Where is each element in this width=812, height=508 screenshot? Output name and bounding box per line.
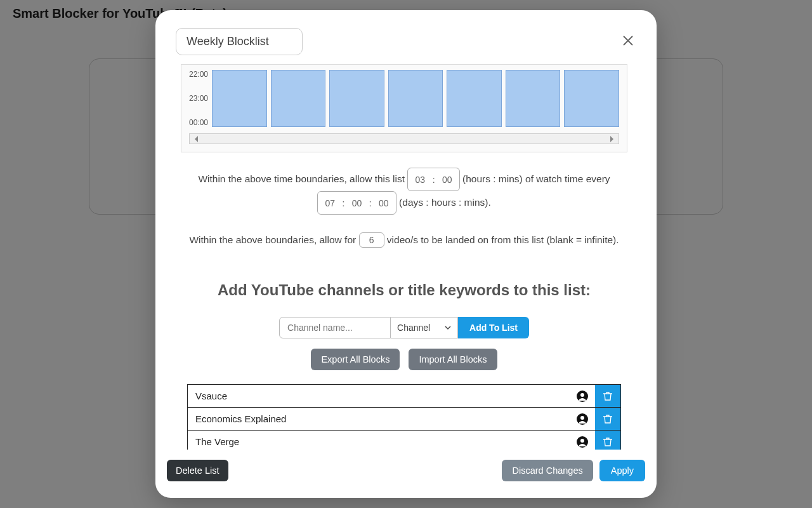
delete-list-button[interactable]: Delete List xyxy=(167,460,228,481)
add-to-list-button[interactable]: Add To List xyxy=(458,317,529,338)
watch-hours-input[interactable] xyxy=(412,173,428,186)
person-icon xyxy=(570,385,595,407)
block-item: Vsauce xyxy=(187,384,621,408)
block-item: The Verge xyxy=(187,430,621,450)
period-input[interactable]: : : xyxy=(317,191,396,215)
time-col-wed[interactable] xyxy=(329,70,384,127)
svg-point-9 xyxy=(580,439,584,443)
period-mins-input[interactable] xyxy=(376,197,392,210)
add-row: Channel Add To List xyxy=(155,317,653,338)
watch-mins-input[interactable] xyxy=(439,173,455,186)
trash-icon xyxy=(603,414,613,424)
apply-button[interactable]: Apply xyxy=(599,460,645,481)
watch-time-input[interactable]: : xyxy=(407,168,459,191)
close-button[interactable] xyxy=(620,31,636,53)
svg-point-7 xyxy=(580,416,584,420)
person-icon xyxy=(570,431,595,450)
modal-body[interactable]: 22:00 23:00 00:00 Within the above time … xyxy=(155,64,657,450)
delete-block-button[interactable] xyxy=(595,408,620,430)
close-icon xyxy=(622,35,634,46)
time-grid: 22:00 23:00 00:00 xyxy=(181,64,627,152)
time-col-fri[interactable] xyxy=(447,70,502,127)
modal-footer: Delete List Discard Changes Apply xyxy=(155,450,657,498)
delete-block-button[interactable] xyxy=(595,431,620,450)
time-col-sun[interactable] xyxy=(564,70,619,127)
person-icon xyxy=(570,408,595,430)
discard-changes-button[interactable]: Discard Changes xyxy=(502,460,593,481)
grid-horizontal-scrollbar[interactable] xyxy=(189,133,619,144)
video-count-sentence: Within the above boundaries, allow for v… xyxy=(181,230,627,250)
watch-time-sentence: Within the above time boundaries, allow … xyxy=(181,168,627,215)
chevron-down-icon xyxy=(445,324,451,331)
modal-header xyxy=(155,10,657,64)
block-item: Economics Explained xyxy=(187,407,621,431)
time-axis: 22:00 23:00 00:00 xyxy=(189,70,212,127)
add-channels-heading: Add YouTube channels or title keywords t… xyxy=(155,281,653,299)
edit-list-modal: 22:00 23:00 00:00 Within the above time … xyxy=(155,10,657,498)
trash-icon xyxy=(603,391,613,401)
period-hours-input[interactable] xyxy=(348,197,365,210)
import-export-row: Export All Blocks Import All Blocks xyxy=(155,349,653,370)
block-list: Vsauce Economics Explained The Verge xyxy=(187,384,621,450)
channel-name-input[interactable] xyxy=(279,317,391,338)
block-type-select[interactable]: Channel xyxy=(391,317,458,338)
svg-point-5 xyxy=(580,393,584,397)
period-days-input[interactable] xyxy=(322,197,338,210)
time-col-mon[interactable] xyxy=(212,70,267,127)
export-all-button[interactable]: Export All Blocks xyxy=(311,349,400,370)
delete-block-button[interactable] xyxy=(595,385,620,407)
video-count-input[interactable] xyxy=(359,232,384,248)
time-col-thu[interactable] xyxy=(388,70,443,127)
list-name-input[interactable] xyxy=(176,28,303,55)
time-col-sat[interactable] xyxy=(506,70,561,127)
time-col-tue[interactable] xyxy=(271,70,326,127)
trash-icon xyxy=(603,437,613,447)
import-all-button[interactable]: Import All Blocks xyxy=(409,349,497,370)
